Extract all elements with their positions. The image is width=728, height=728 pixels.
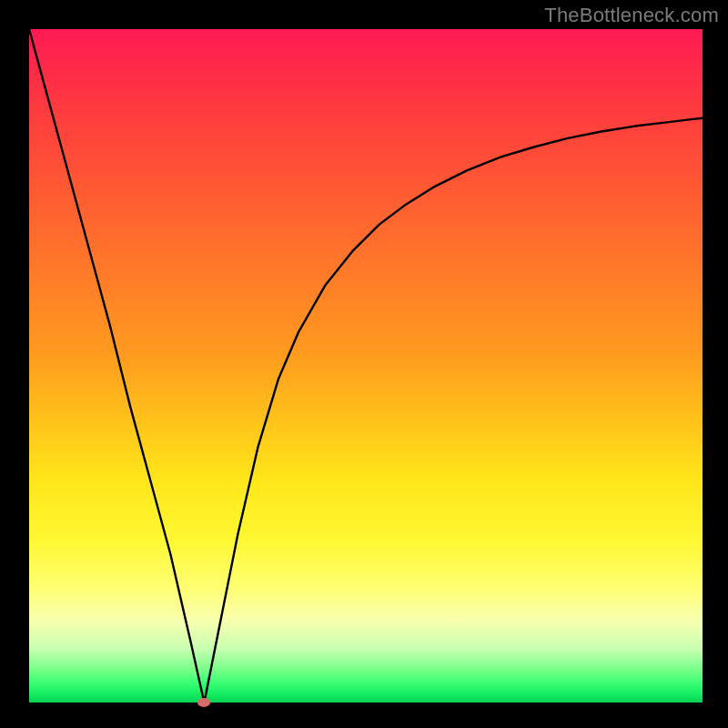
plot-area [29,29,703,703]
bottleneck-curve [29,29,703,703]
chart-stage: TheBottleneck.com [0,0,728,728]
watermark-text: TheBottleneck.com [544,4,719,27]
min-point-marker [197,698,210,707]
